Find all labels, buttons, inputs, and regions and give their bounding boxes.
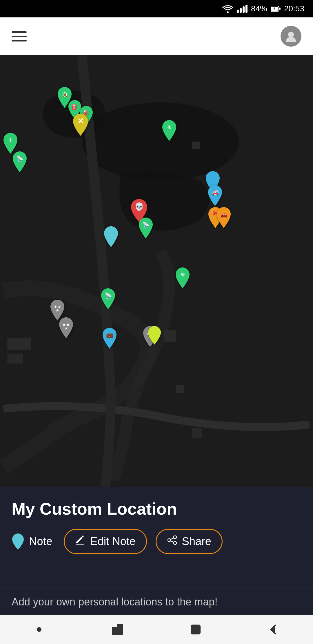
- svg-text:✳: ✳: [167, 124, 172, 131]
- nav-recents-icon: [110, 622, 125, 637]
- map-pin-tower-4[interactable]: 📡: [100, 288, 116, 310]
- map-pin-lime[interactable]: [147, 326, 162, 346]
- edit-note-label: Edit Note: [90, 535, 135, 548]
- nav-recents-button[interactable]: [106, 618, 129, 641]
- map-pin-briefcase[interactable]: 💼: [101, 328, 118, 350]
- map-terrain: [0, 55, 313, 487]
- svg-text:🚑: 🚑: [212, 189, 219, 196]
- map-background: 🗼 ⬡ ⛽ ⛽ ✕: [0, 55, 313, 487]
- menu-button[interactable]: [12, 31, 27, 41]
- map-pin-cyan[interactable]: [103, 226, 119, 248]
- battery-percent: 84%: [251, 4, 267, 13]
- nav-back-button[interactable]: [262, 618, 285, 641]
- note-indicator: Note: [12, 533, 52, 550]
- svg-rect-43: [112, 627, 117, 634]
- svg-text:⬡: ⬡: [62, 92, 67, 97]
- signal-bars-icon: [237, 5, 248, 13]
- map-pin-star-3[interactable]: ✳: [174, 267, 191, 290]
- svg-point-42: [37, 627, 41, 632]
- wifi-icon: [222, 4, 233, 13]
- nav-overview-button[interactable]: [184, 618, 207, 641]
- map-pin-star-2[interactable]: ✳: [161, 120, 177, 142]
- bottom-actions: Note Edit Note: [12, 529, 301, 554]
- map-pin-tower-2[interactable]: 📡: [12, 151, 28, 173]
- nav-back-icon: [267, 622, 281, 637]
- svg-text:💼: 💼: [106, 332, 113, 339]
- map-pin-tower-3[interactable]: 📡: [138, 218, 154, 240]
- svg-text:✳: ✳: [8, 137, 13, 143]
- svg-text:📡: 📡: [142, 221, 150, 228]
- svg-rect-8: [7, 338, 31, 350]
- share-label: Share: [182, 535, 211, 548]
- profile-button[interactable]: [281, 26, 301, 47]
- edit-icon: [75, 535, 85, 548]
- svg-rect-11: [192, 428, 202, 438]
- svg-point-39: [174, 542, 176, 544]
- svg-text:🚗: 🚗: [220, 211, 228, 218]
- map-pin-x[interactable]: ✕: [72, 114, 89, 137]
- note-label: Note: [29, 535, 52, 548]
- map-area[interactable]: 🗼 ⬡ ⛽ ⛽ ✕: [0, 55, 313, 487]
- svg-rect-12: [176, 385, 184, 393]
- svg-point-37: [174, 536, 176, 539]
- bottom-panel-main: My Custom Location Note Edit Note: [0, 487, 313, 589]
- svg-point-4: [288, 32, 294, 37]
- nav-bar: [0, 615, 313, 644]
- nav-overview-icon: [188, 622, 203, 637]
- nav-home-icon: [32, 622, 46, 637]
- svg-text:✳: ✳: [180, 272, 185, 278]
- time-display: 20:53: [284, 4, 304, 13]
- location-title: My Custom Location: [12, 499, 301, 518]
- status-icons: 84% 20:53: [222, 4, 304, 13]
- bottom-panel: My Custom Location Note Edit Note: [0, 487, 313, 615]
- svg-text:📡: 📡: [16, 155, 23, 162]
- hamburger-line-1: [12, 31, 27, 33]
- nav-home-button[interactable]: [28, 618, 51, 641]
- svg-line-41: [170, 541, 174, 542]
- svg-rect-10: [164, 330, 176, 342]
- hamburger-line-2: [12, 36, 27, 37]
- note-pin-icon: [12, 533, 24, 550]
- status-bar: 84% 20:53: [0, 0, 313, 17]
- header-bar: [0, 17, 313, 55]
- footer-text: Add your own personal locations to the m…: [12, 596, 217, 608]
- share-icon: [167, 535, 177, 548]
- edit-note-button[interactable]: Edit Note: [64, 529, 147, 554]
- map-pin-ambulance[interactable]: 🚑: [207, 185, 223, 207]
- svg-text:💀: 💀: [134, 202, 144, 211]
- svg-rect-44: [118, 625, 122, 634]
- map-pin-car[interactable]: 🚗: [216, 207, 232, 229]
- profile-avatar-icon: [283, 29, 299, 44]
- svg-text:★: ★: [56, 308, 59, 313]
- svg-text:⛽: ⛽: [72, 104, 78, 110]
- battery-icon: [271, 6, 281, 12]
- svg-rect-3: [279, 8, 281, 10]
- svg-rect-9: [7, 354, 23, 363]
- svg-line-40: [170, 538, 174, 540]
- svg-rect-13: [192, 142, 200, 149]
- svg-point-38: [168, 539, 171, 542]
- map-pin-gray-stars-2[interactable]: ★★ ★: [58, 317, 74, 339]
- svg-text:✕: ✕: [77, 117, 84, 125]
- svg-text:★: ★: [64, 326, 68, 330]
- hamburger-line-3: [12, 40, 27, 41]
- share-button[interactable]: Share: [156, 529, 223, 554]
- svg-point-0: [227, 11, 229, 13]
- svg-text:📡: 📡: [105, 292, 112, 299]
- svg-rect-45: [191, 625, 200, 634]
- bottom-panel-footer: Add your own personal locations to the m…: [0, 589, 313, 615]
